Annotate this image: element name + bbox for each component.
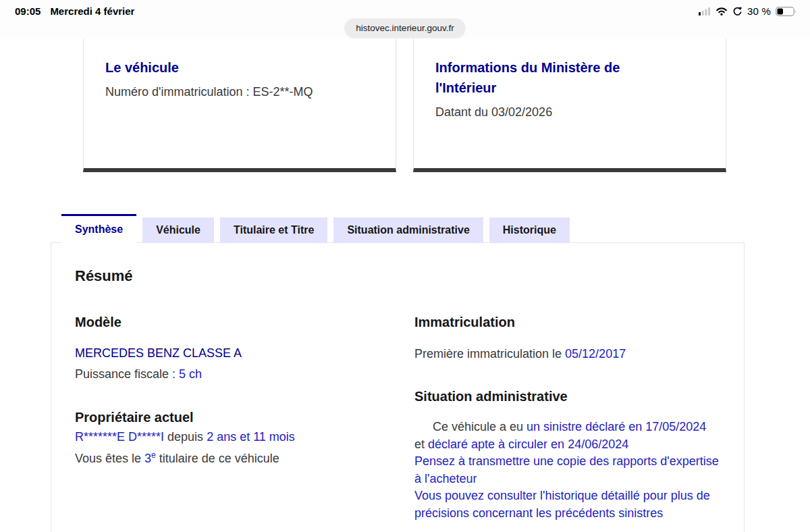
safari-address-bar[interactable]: histovec.interieur.gouv.fr: [344, 18, 465, 38]
ministry-card: Informations du Ministère de l'Intérieur…: [413, 38, 726, 172]
vehicle-card: Le véhicule Numéro d'immatriculation : E…: [83, 38, 396, 172]
report-date-line: Datant du 03/02/2026: [435, 103, 704, 122]
owner-heading: Propriétaire actuel: [75, 409, 414, 425]
vehicle-card-title: Le véhicule: [105, 57, 328, 78]
ios-status-bar: 09:05 Mercredi 4 février 30 %: [0, 0, 810, 38]
tab-synthese[interactable]: Synthèse: [61, 214, 136, 243]
wifi-icon: [716, 7, 728, 16]
summary-title: Résumé: [75, 267, 728, 285]
registration-heading: Immatriculation: [414, 314, 728, 330]
battery-percent: 30 %: [747, 5, 771, 17]
summary-left-column: Modèle MERCEDES BENZ CLASSE A Puissance …: [75, 314, 414, 522]
tab-titulaire-et-titre[interactable]: Titulaire et Titre: [220, 217, 327, 243]
fiscal-power-line: Puissance fiscale : 5 ch: [75, 366, 414, 383]
registration-number-line: Numéro d'immatriculation : ES-2**-MQ: [105, 82, 374, 101]
clock-time: 09:05: [15, 5, 40, 17]
status-date: Mercredi 4 février: [50, 5, 134, 17]
admin-situation-heading: Situation administrative: [414, 388, 728, 404]
cellular-signal-icon: [699, 7, 711, 16]
owner-line: R*******E D*****I depuis 2 ans et 11 moi…: [75, 429, 414, 446]
tab-situation-administrative[interactable]: Situation administrative: [333, 217, 483, 243]
admin-situation-paragraph: Ce véhicule a eu un sinistre déclaré en …: [414, 419, 728, 522]
model-name: MERCEDES BENZ CLASSE A: [75, 346, 414, 361]
tab-bar: Synthèse Véhicule Titulaire et Titre Sit…: [61, 215, 570, 243]
summary-right-column: Immatriculation Première immatriculation…: [414, 314, 728, 522]
battery-icon: [776, 7, 796, 16]
tab-vehicule[interactable]: Véhicule: [142, 217, 214, 243]
holder-rank-line: Vous êtes le 3e titulaire de ce véhicule: [75, 447, 414, 467]
rotation-lock-icon: [732, 6, 742, 16]
first-registration-line: Première immatriculation le 05/12/2017: [414, 346, 728, 363]
model-heading: Modèle: [75, 314, 414, 330]
tab-historique[interactable]: Historique: [489, 217, 570, 243]
ministry-card-title: Informations du Ministère de l'Intérieur: [435, 57, 658, 98]
synthese-panel: Résumé Modèle MERCEDES BENZ CLASSE A Pui…: [51, 242, 745, 532]
